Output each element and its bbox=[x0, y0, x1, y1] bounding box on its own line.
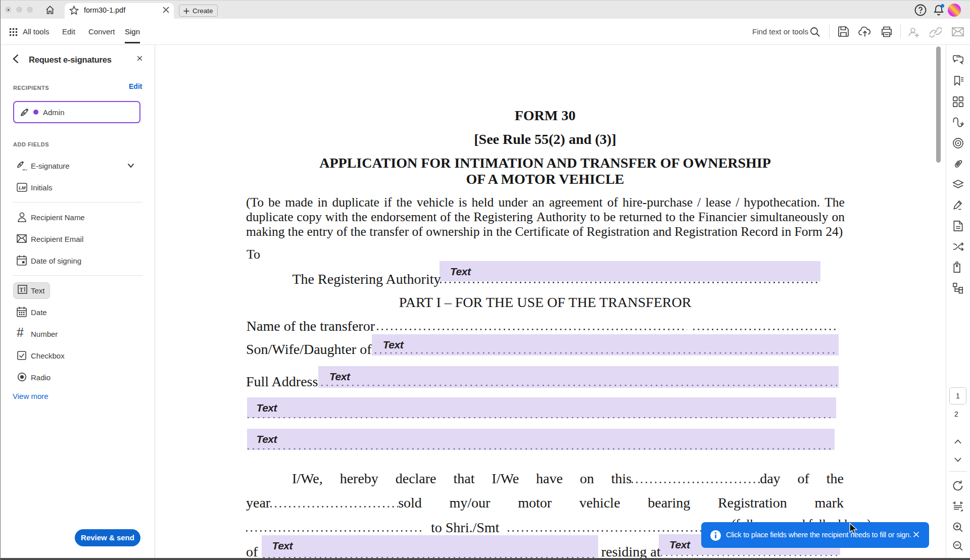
svg-text:LM: LM bbox=[19, 185, 26, 190]
svg-text:T: T bbox=[19, 287, 23, 293]
